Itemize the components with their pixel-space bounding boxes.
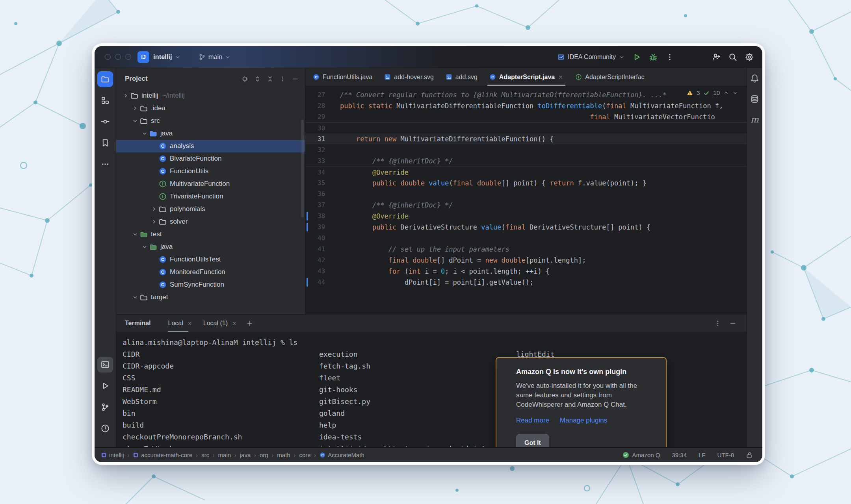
tree-item-analysis[interactable]: Canalysis	[116, 140, 305, 152]
editor-tab-AdapterScriptInterfac[interactable]: IAdapterScriptInterfac	[569, 68, 650, 86]
tree-scrollbar[interactable]	[301, 119, 304, 218]
chevron-down-icon[interactable]	[141, 244, 149, 250]
new-terminal-tab[interactable]	[242, 315, 257, 332]
project-widget[interactable]: intellij	[153, 53, 180, 61]
debug-button[interactable]	[649, 53, 658, 61]
next-problem-button[interactable]	[732, 90, 738, 96]
tree-item-MonitoredFunction[interactable]: CMonitoredFunction	[116, 266, 305, 278]
more-actions-button[interactable]	[665, 53, 674, 61]
collapse-all-button[interactable]	[267, 76, 273, 82]
tree-item-intellij[interactable]: intellij~/intellij	[116, 89, 305, 102]
project-tool-button[interactable]	[97, 71, 113, 87]
breadcrumb-item-math[interactable]: math	[277, 452, 290, 458]
chevron-down-icon[interactable]	[141, 130, 149, 137]
structure-tool-button[interactable]	[97, 93, 113, 108]
tree-item-src[interactable]: src	[116, 115, 305, 127]
search-everywhere-button[interactable]	[728, 53, 737, 61]
breadcrumb-label: org	[260, 452, 268, 458]
breadcrumb-item-intellij[interactable]: intellij	[101, 452, 124, 458]
chevron-down-icon[interactable]	[132, 118, 140, 124]
zoom-window-button[interactable]	[125, 54, 131, 60]
line-ending-widget[interactable]: LF	[699, 452, 706, 458]
hide-button[interactable]	[292, 76, 299, 82]
breadcrumb-item-java[interactable]: java	[240, 452, 251, 458]
breadcrumb-item-src[interactable]: src	[201, 452, 209, 458]
tree-item-polynomials[interactable]: polynomials	[116, 203, 305, 215]
breadcrumb-item-core[interactable]: core	[299, 452, 310, 458]
commit-tool-button[interactable]	[97, 114, 113, 130]
chevron-down-icon[interactable]	[132, 231, 140, 237]
breadcrumb-item-main[interactable]: main	[218, 452, 231, 458]
run-configuration-selector[interactable]: IDEA Community	[557, 54, 624, 61]
read-more-link[interactable]: Read more	[516, 415, 549, 426]
settings-button[interactable]	[745, 53, 754, 61]
terminal-tab-Local[interactable]: Local	[163, 315, 198, 332]
close-tab-icon[interactable]	[187, 321, 192, 326]
run-tool-button[interactable]	[97, 378, 113, 394]
notifications-tool-button[interactable]	[750, 74, 759, 84]
caret-position-widget[interactable]: 39:34	[672, 452, 687, 458]
module-icon	[133, 452, 139, 458]
more-tool-windows-tool-button[interactable]	[97, 156, 113, 172]
tree-item-solver[interactable]: solver	[116, 215, 305, 228]
encoding-widget[interactable]: UTF-8	[717, 452, 734, 458]
minimize-window-button[interactable]	[115, 54, 121, 60]
tree-item-target[interactable]: target	[116, 291, 305, 304]
close-tab-icon[interactable]	[232, 321, 237, 326]
code-line-27: 27/** Convert regular functions to {@lin…	[305, 89, 747, 100]
chevron-right-icon[interactable]	[123, 93, 130, 99]
chevron-right-icon[interactable]	[151, 206, 159, 212]
expand-all-button[interactable]	[254, 76, 261, 82]
code-editor[interactable]: 27/** Convert regular functions to {@lin…	[305, 86, 747, 314]
terminal-output[interactable]: alina.mishina@laptop-AlinaM intellij % l…	[116, 332, 747, 447]
terminal-tabs: LocalLocal (1)	[163, 315, 243, 332]
breadcrumb-item-AccurateMath[interactable]: CAccurateMath	[320, 452, 364, 458]
tree-item-MultivariateFunction[interactable]: IMultivariateFunction	[116, 178, 305, 190]
tab-list-button[interactable]	[740, 74, 747, 81]
chevron-right-icon[interactable]	[151, 219, 159, 225]
editor-tab-add.svg[interactable]: add.svg	[440, 68, 483, 86]
tree-item-test[interactable]: test	[116, 228, 305, 241]
inspections-widget[interactable]: 3 10	[687, 89, 738, 96]
vcs-branch-widget[interactable]: main	[199, 53, 231, 61]
terminal-options-button[interactable]	[714, 320, 721, 327]
tree-item-TrivariateFunction[interactable]: ITrivariateFunction	[116, 190, 305, 203]
svg-text:C: C	[161, 282, 164, 287]
options-button[interactable]	[279, 76, 286, 82]
editor-tab-FunctionUtils.java[interactable]: CFunctionUtils.java	[307, 68, 378, 86]
terminal-tool-button[interactable]	[97, 357, 113, 372]
editor-tab-AdapterScript.java[interactable]: CAdapterScript.java	[483, 68, 569, 86]
tree-item-FunctionUtilsTest[interactable]: CFunctionUtilsTest	[116, 253, 305, 266]
run-button[interactable]	[632, 53, 641, 61]
breadcrumb-item-org[interactable]: org	[260, 452, 268, 458]
version-control-tool-button[interactable]	[97, 399, 113, 415]
chevron-down-icon[interactable]	[132, 294, 140, 300]
bookmarks-tool-button[interactable]	[97, 135, 113, 151]
tree-item-java[interactable]: java	[116, 241, 305, 253]
close-tab-icon[interactable]	[558, 74, 563, 80]
problems-tool-button[interactable]	[97, 421, 113, 436]
tree-item-.idea[interactable]: .idea	[116, 102, 305, 115]
breadcrumb-item-accurate-math-core[interactable]: accurate-math-core	[133, 452, 192, 458]
terminal-tab-Local (1)[interactable]: Local (1)	[198, 315, 242, 332]
manage-plugins-link[interactable]: Manage plugins	[560, 415, 607, 426]
database-tool-button[interactable]	[750, 94, 759, 105]
svg-text:C: C	[161, 169, 164, 174]
code-with-me-button[interactable]	[712, 53, 721, 61]
previous-problem-button[interactable]	[723, 90, 729, 96]
unlock-icon[interactable]	[746, 452, 753, 459]
maven-tool-button[interactable]: m	[751, 115, 759, 124]
popup-title: Amazon Q is now it's own plugin	[516, 366, 656, 378]
chevron-right-icon[interactable]	[132, 105, 140, 111]
editor-tab-add-hover.svg[interactable]: add-hover.svg	[378, 68, 440, 86]
amazon-q-status-widget[interactable]: Amazon Q	[622, 452, 660, 458]
tree-item-java[interactable]: java	[116, 127, 305, 140]
project-tree[interactable]: intellij~/intellij.ideasrcjavaCanalysisC…	[116, 89, 305, 307]
hide-terminal-button[interactable]	[729, 320, 736, 327]
close-window-button[interactable]	[105, 54, 111, 60]
select-opened-file-button[interactable]	[242, 76, 248, 82]
got-it-button[interactable]: Got It	[516, 434, 549, 447]
tree-item-SumSyncFunction[interactable]: CSumSyncFunction	[116, 278, 305, 291]
tree-item-FunctionUtils[interactable]: CFunctionUtils	[116, 165, 305, 178]
tree-item-BivariateFunction[interactable]: CBivariateFunction	[116, 152, 305, 165]
